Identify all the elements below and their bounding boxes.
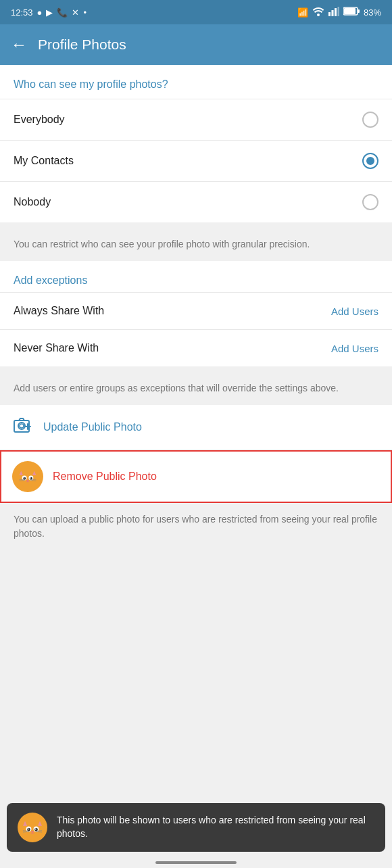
svg-point-29 bbox=[20, 815, 45, 840]
remove-photo-row[interactable]: Remove Public Photo bbox=[0, 450, 392, 503]
status-left: 12:53 ● ▶ 📞 ✕ • bbox=[11, 7, 87, 18]
svg-point-39 bbox=[35, 828, 36, 829]
never-share-label: Never Share With bbox=[14, 342, 99, 354]
svg-point-0 bbox=[317, 14, 320, 16]
svg-point-40 bbox=[31, 831, 33, 832]
never-share-add-button[interactable]: Add Users bbox=[331, 343, 378, 354]
svg-rect-1 bbox=[328, 12, 330, 16]
status-right: 📶 83% bbox=[297, 7, 381, 18]
battery-percent: 83% bbox=[364, 7, 381, 18]
svg-point-36 bbox=[27, 828, 30, 831]
visibility-heading: Who can see my profile photos? bbox=[0, 65, 392, 99]
wifi-icon bbox=[312, 7, 324, 18]
svg-point-20 bbox=[23, 477, 26, 480]
signal-icon: ● bbox=[37, 7, 43, 18]
update-photo-row[interactable]: Update Public Photo bbox=[0, 405, 392, 450]
app-header: ← Profile Photos bbox=[0, 24, 392, 65]
visibility-info: You can restrict who can see your profil… bbox=[0, 228, 392, 261]
exceptions-section: Add exceptions Always Share With Add Use… bbox=[0, 261, 392, 366]
remove-photo-label: Remove Public Photo bbox=[53, 471, 157, 483]
photo-description: You can upload a public photo for users … bbox=[0, 503, 392, 550]
snackbar-text: This photo will be shown to users who ar… bbox=[57, 814, 374, 840]
snackbar: This photo will be shown to users who ar… bbox=[7, 803, 385, 852]
svg-point-38 bbox=[28, 828, 29, 829]
exceptions-heading: Add exceptions bbox=[0, 261, 392, 292]
signal-bars-icon bbox=[328, 7, 339, 18]
svg-point-13 bbox=[17, 466, 39, 487]
radio-my-contacts[interactable] bbox=[362, 153, 378, 169]
svg-rect-6 bbox=[344, 8, 356, 14]
svg-point-23 bbox=[30, 477, 31, 479]
svg-rect-4 bbox=[337, 7, 339, 16]
option-everybody-label: Everybody bbox=[14, 114, 65, 126]
phone-icon: 📞 bbox=[57, 7, 68, 18]
battery-icon bbox=[343, 7, 360, 18]
svg-point-10 bbox=[20, 424, 24, 428]
option-nobody[interactable]: Nobody bbox=[0, 181, 392, 222]
option-my-contacts[interactable]: My Contacts bbox=[0, 140, 392, 181]
option-nobody-label: Nobody bbox=[14, 196, 51, 208]
option-everybody[interactable]: Everybody bbox=[0, 99, 392, 140]
camera-add-icon bbox=[14, 417, 32, 437]
youtube-icon: ▶ bbox=[46, 7, 53, 18]
svg-point-21 bbox=[30, 477, 32, 480]
back-button[interactable]: ← bbox=[11, 35, 27, 54]
radio-nobody[interactable] bbox=[362, 194, 378, 210]
content-area: Who can see my profile photos? Everybody… bbox=[0, 65, 392, 550]
always-share-label: Always Share With bbox=[14, 305, 104, 317]
snackbar-avatar bbox=[18, 813, 47, 842]
always-share-add-button[interactable]: Add Users bbox=[331, 306, 378, 317]
svg-point-24 bbox=[27, 480, 29, 481]
visibility-section: Who can see my profile photos? Everybody… bbox=[0, 65, 392, 222]
svg-point-37 bbox=[34, 828, 38, 831]
option-contacts-label: My Contacts bbox=[14, 155, 74, 167]
never-share-row: Never Share With Add Users bbox=[0, 329, 392, 366]
update-photo-label: Update Public Photo bbox=[43, 421, 142, 433]
x-icon: ✕ bbox=[72, 7, 79, 18]
page-title: Profile Photos bbox=[38, 37, 126, 53]
svg-point-22 bbox=[24, 477, 25, 479]
svg-rect-7 bbox=[358, 9, 360, 13]
radio-everybody[interactable] bbox=[362, 112, 378, 128]
home-indicator bbox=[155, 861, 237, 864]
remove-photo-avatar bbox=[12, 461, 43, 492]
photo-actions-section: Update Public Photo bbox=[0, 405, 392, 503]
status-bar: 12:53 ● ▶ 📞 ✕ • 📶 bbox=[0, 0, 392, 24]
exceptions-info: Add users or entire groups as exceptions… bbox=[0, 372, 392, 405]
dot-icon: • bbox=[83, 7, 87, 18]
svg-rect-3 bbox=[335, 8, 337, 16]
call-icon: 📶 bbox=[297, 7, 308, 18]
status-time: 12:53 bbox=[11, 7, 33, 18]
svg-rect-2 bbox=[331, 10, 333, 16]
always-share-row: Always Share With Add Users bbox=[0, 292, 392, 329]
